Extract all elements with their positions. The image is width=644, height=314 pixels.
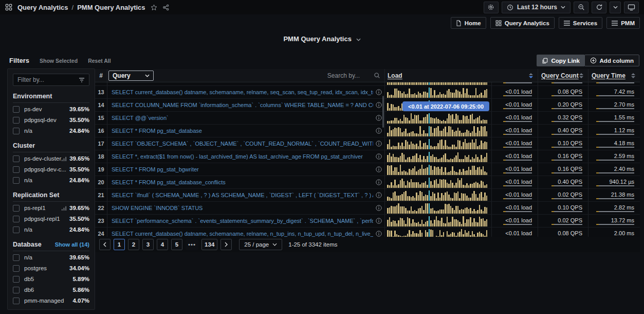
load-sparkline[interactable] [384, 86, 491, 98]
filter-option-pdpgsql-repl1[interactable]: pdpgsql-repl135.50% [13, 214, 89, 223]
filter-option-n-a[interactable]: n/a24.84% [13, 225, 89, 234]
tv-mode-button[interactable] [624, 2, 639, 13]
info-icon[interactable] [376, 102, 382, 108]
page-button-2[interactable]: 2 [128, 239, 139, 250]
load-sparkline[interactable] [384, 189, 491, 201]
query-text[interactable]: SELECT `OBJECT_SCHEMA` , `OBJECT_NAME` ,… [112, 141, 373, 147]
add-column-button[interactable]: Add column [584, 55, 639, 66]
load-sparkline[interactable] [384, 150, 491, 163]
query-text[interactable]: SELECT * FROM pg_stat_database_conflicts [112, 179, 226, 185]
info-icon[interactable] [376, 153, 382, 160]
load-sparkline[interactable] [384, 163, 491, 176]
nav-query-analytics-button[interactable]: Query Analytics [490, 17, 555, 29]
info-icon[interactable] [376, 218, 382, 224]
bar-chart-icon[interactable] [61, 205, 67, 211]
info-icon[interactable] [376, 179, 382, 185]
checkbox[interactable] [13, 155, 20, 162]
prev-page-button[interactable] [99, 239, 111, 250]
dashboard-selector[interactable]: PMM Query Analytics [0, 35, 644, 43]
filter-option-db6[interactable]: db65.86% [13, 285, 89, 294]
page-button-134[interactable]: 134 [201, 239, 217, 250]
page-button-5[interactable]: 5 [171, 239, 182, 250]
info-icon[interactable] [376, 231, 382, 237]
query-text[interactable]: SELECT * FROM pg_stat_bgwriter [112, 166, 199, 172]
star-icon[interactable] [151, 4, 157, 11]
dashboard-settings-button[interactable] [484, 2, 499, 13]
load-sparkline[interactable] [384, 112, 491, 124]
filter-option-pdpgsql-dev-c-[interactable]: pdpgsql-dev-c...35.50% [13, 165, 89, 174]
breadcrumb-section[interactable]: Query Analytics [17, 4, 68, 11]
next-page-button[interactable] [220, 239, 232, 250]
reset-all-link[interactable]: Reset All [88, 58, 111, 64]
checkbox[interactable] [13, 298, 20, 304]
checkbox[interactable] [13, 265, 20, 272]
sort-icon[interactable] [631, 73, 635, 78]
copy-link-button[interactable]: Copy Link [537, 55, 585, 66]
load-sparkline[interactable] [384, 202, 491, 214]
filter-input[interactable] [17, 76, 74, 83]
checkbox[interactable] [13, 117, 20, 124]
page-button-4[interactable]: 4 [157, 239, 168, 250]
load-sparkline[interactable] [384, 228, 491, 237]
zoom-out-button[interactable] [574, 2, 588, 13]
filter-option-db5[interactable]: db55.89% [13, 274, 89, 284]
query-count-sort-label[interactable]: Query Count [541, 72, 579, 79]
checkbox[interactable] [13, 254, 20, 261]
load-sort-label[interactable]: Load [388, 72, 402, 79]
filter-option-ps-dev-cluster[interactable]: ps-dev-cluster39.65% [13, 154, 89, 163]
query-text[interactable]: SHOW ENGINE `INNODB` STATUS [112, 205, 203, 211]
refresh-interval-dropdown[interactable] [610, 2, 621, 13]
query-text[interactable]: SELECT * FROM pg_stat_database [112, 128, 202, 134]
checkbox[interactable] [13, 128, 20, 134]
search-field[interactable]: Search by... [327, 72, 380, 79]
page-button-1[interactable]: 1 [114, 239, 125, 250]
refresh-button[interactable] [592, 2, 606, 13]
checkbox[interactable] [13, 106, 20, 113]
query-text[interactable]: SELECT @@`version` [112, 115, 169, 121]
apps-grid-icon[interactable] [5, 4, 12, 11]
load-sparkline[interactable] [384, 176, 491, 188]
filter-option-n-a[interactable]: n/a24.84% [13, 126, 89, 135]
show-all-link[interactable]: Show all (14) [55, 241, 89, 248]
checkbox[interactable] [13, 226, 20, 233]
filter-option-n-a[interactable]: n/a39.65% [13, 253, 89, 262]
query-text[interactable]: SELECT current_database() datname, schem… [112, 89, 373, 95]
info-icon[interactable] [376, 141, 382, 147]
page-button-3[interactable]: 3 [142, 239, 154, 250]
page-size-select[interactable]: 25 / page [239, 239, 282, 250]
filter-option-postgres[interactable]: postgres34.04% [13, 264, 89, 273]
query-text[interactable]: SELECT *, extract($1 from now() - last_a… [112, 153, 363, 160]
checkbox[interactable] [13, 287, 20, 293]
filter-option-pdpgsql-dev[interactable]: pdpgsql-dev35.50% [13, 115, 89, 125]
info-icon[interactable] [376, 128, 382, 134]
info-icon[interactable] [376, 115, 382, 121]
query-text[interactable]: SELECT COLUMN_NAME FROM `information_sch… [112, 102, 373, 108]
checkbox[interactable] [13, 205, 20, 212]
checkbox[interactable] [13, 177, 20, 184]
checkbox[interactable] [13, 216, 20, 222]
query-dimension-dropdown[interactable]: Query [108, 71, 154, 81]
checkbox[interactable] [13, 166, 20, 173]
nav-pmm-button[interactable]: PMM [606, 17, 640, 29]
filter-option-pmm-managed[interactable]: pmm-managed4.07% [13, 296, 89, 305]
info-icon[interactable] [376, 205, 382, 211]
filter-option-n-a[interactable]: n/a24.84% [13, 176, 89, 185]
load-sparkline[interactable] [384, 137, 491, 150]
bar-chart-icon[interactable] [61, 156, 67, 162]
table-scrollbar[interactable] [382, 96, 384, 128]
share-icon[interactable] [162, 4, 170, 11]
load-sparkline[interactable] [384, 125, 491, 137]
info-icon[interactable] [376, 192, 382, 198]
filter-option-ps-dev[interactable]: ps-dev39.65% [13, 104, 89, 114]
info-icon[interactable] [376, 89, 382, 95]
query-text[interactable]: SELECT `performance_schema` . `events_st… [112, 218, 373, 224]
query-text[interactable]: SELECT current_database() datname, schem… [112, 231, 373, 237]
query-text[interactable]: SELECT `ifnull` ( SCHEMA_NAME , ? ) AS S… [112, 192, 373, 198]
sort-icon[interactable] [579, 73, 583, 78]
nav-services-button[interactable]: Services [559, 17, 602, 29]
filter-option-ps-repl1[interactable]: ps-repl139.65% [13, 203, 89, 213]
query-time-sort-label[interactable]: Query Time [592, 72, 625, 79]
load-sparkline[interactable] [384, 215, 491, 227]
sort-icon[interactable] [529, 73, 533, 78]
pagination-ellipsis[interactable]: ••• [186, 239, 198, 250]
